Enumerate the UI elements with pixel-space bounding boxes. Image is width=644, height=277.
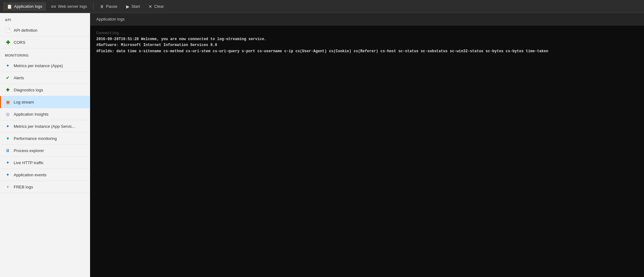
sidebar-item-freb-logs[interactable]: ✦ FREB logs — [0, 181, 90, 193]
pause-icon: ⏸ — [100, 4, 104, 9]
log-line: Connecting... — [96, 30, 638, 36]
main-layout: API 📄 API definition ✚ CORS MONITORING ✦… — [0, 13, 644, 277]
sidebar-item-process-explorer[interactable]: 🖥 Process explorer — [0, 145, 90, 157]
sidebar-item-api-definition[interactable]: 📄 API definition — [0, 24, 90, 36]
tab-application-logs[interactable]: 📋 Application logs — [3, 2, 46, 11]
sidebar-item-metrics-per-instance-app-service[interactable]: ✦ Metrics per Instance (App Servic... — [0, 120, 90, 132]
log-line: #Fields: date time s-sitename cs-method … — [96, 48, 638, 54]
sidebar-item-diagnostics-logs[interactable]: ✚ Diagnostics logs — [0, 84, 90, 96]
sidebar-section-monitoring: MONITORING — [0, 48, 90, 60]
log-stream-icon: ▣ — [5, 99, 11, 105]
cors-icon: ✚ — [5, 39, 11, 45]
toolbar: 📋 Application logs ≡≡ Web server logs ⏸ … — [0, 0, 644, 13]
play-icon: ▶ — [126, 4, 130, 9]
metrics-service-icon: ✦ — [5, 123, 11, 129]
content-header: Application logs — [90, 13, 644, 25]
alerts-icon: ✔ — [5, 75, 11, 81]
list-icon: ≡≡ — [51, 4, 56, 9]
book-icon: 📋 — [7, 4, 12, 9]
freb-icon: ✦ — [5, 184, 11, 190]
pause-button[interactable]: ⏸ Pause — [96, 2, 121, 11]
sidebar-item-application-events[interactable]: ✦ Application events — [0, 169, 90, 181]
log-terminal[interactable]: Connecting...2016-09-28T16:51:28 Welcome… — [90, 25, 644, 277]
sidebar-item-metrics-per-instance-apps[interactable]: ✦ Metrics per instance (Apps) — [0, 60, 90, 72]
separator-1 — [93, 3, 94, 10]
process-explorer-icon: 🖥 — [5, 148, 11, 153]
start-button[interactable]: ▶ Start — [122, 2, 144, 11]
sidebar-section-api: API — [0, 13, 90, 24]
clear-button[interactable]: ✕ Clear — [145, 2, 167, 11]
log-line: 2016-09-28T16:51:28 Welcome, you are now… — [96, 36, 638, 42]
performance-icon: ♥ — [5, 136, 11, 141]
content-area: Application logs Connecting...2016-09-28… — [90, 13, 644, 277]
sidebar-item-application-insights[interactable]: ◎ Application Insights — [0, 108, 90, 120]
live-http-icon: ✦ — [5, 160, 11, 165]
sidebar-item-log-stream[interactable]: ▣ Log stream — [0, 96, 90, 108]
sidebar: API 📄 API definition ✚ CORS MONITORING ✦… — [0, 13, 90, 277]
sidebar-item-alerts[interactable]: ✔ Alerts — [0, 72, 90, 84]
diagnostics-icon: ✚ — [5, 87, 11, 93]
tab-web-server-logs[interactable]: ≡≡ Web server logs — [47, 2, 91, 11]
document-icon: 📄 — [5, 27, 11, 33]
log-line: #Software: Microsoft Internet Informatio… — [96, 42, 638, 48]
sidebar-item-cors[interactable]: ✚ CORS — [0, 36, 90, 48]
sidebar-item-live-http-traffic[interactable]: ✦ Live HTTP traffic — [0, 157, 90, 169]
sidebar-item-performance-monitoring[interactable]: ♥ Performance monitoring — [0, 132, 90, 145]
application-insights-icon: ◎ — [5, 111, 11, 117]
metrics-apps-icon: ✦ — [5, 63, 11, 68]
application-events-icon: ✦ — [5, 172, 11, 178]
clear-icon: ✕ — [148, 4, 152, 9]
